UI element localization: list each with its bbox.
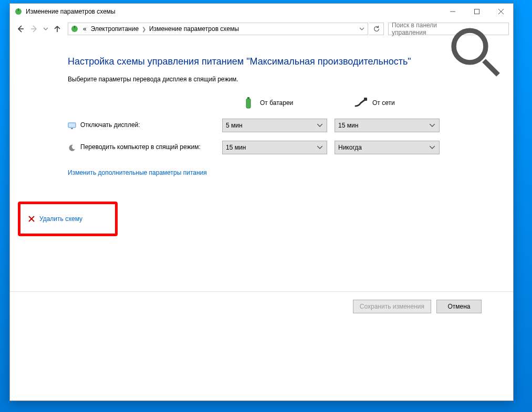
save-button: Сохранить изменения xyxy=(353,300,431,313)
forward-button[interactable] xyxy=(28,23,40,35)
page-title: Настройка схемы управления питанием "Мак… xyxy=(68,56,482,67)
svg-rect-16 xyxy=(71,128,73,129)
window-title: Изменение параметров схемы xyxy=(26,8,441,15)
power-plan-icon xyxy=(70,25,79,33)
column-plugged-label: От сети xyxy=(372,99,395,107)
column-header-plugged: От сети xyxy=(335,96,440,110)
recent-locations-button[interactable] xyxy=(41,23,50,35)
svg-rect-9 xyxy=(74,26,75,28)
battery-icon xyxy=(241,96,256,110)
monitor-icon xyxy=(68,122,76,130)
svg-rect-12 xyxy=(246,99,251,108)
delete-icon xyxy=(28,215,35,223)
row-sleep: Переводить компьютер в спящий режим: xyxy=(68,143,215,152)
content-area: Настройка схемы управления питанием "Мак… xyxy=(10,40,513,400)
search-icon xyxy=(448,25,505,33)
separator xyxy=(10,291,513,292)
column-battery-label: От батареи xyxy=(260,99,293,107)
svg-rect-14 xyxy=(364,98,367,101)
minimize-button[interactable] xyxy=(441,4,465,19)
plug-icon xyxy=(353,96,368,110)
breadcrumb-item[interactable]: Изменение параметров схемы xyxy=(147,25,241,33)
search-input[interactable]: Поиск в панели управления xyxy=(388,23,509,35)
svg-rect-13 xyxy=(247,97,249,99)
display-off-battery-select[interactable]: 5 мин xyxy=(222,119,327,132)
delete-scheme-link[interactable]: Удалить схему xyxy=(39,215,82,223)
search-placeholder: Поиск в панели управления xyxy=(392,22,448,36)
control-panel-window: Изменение параметров схемы xyxy=(9,3,514,401)
refresh-button[interactable] xyxy=(369,23,384,35)
row-sleep-label: Переводить компьютер в спящий режим: xyxy=(80,143,201,151)
up-button[interactable] xyxy=(51,23,64,35)
button-row: Сохранить изменения Отмена xyxy=(353,300,482,313)
delete-scheme-highlight: Удалить схему xyxy=(18,202,118,236)
page-subtitle: Выберите параметры перевода дисплея в сп… xyxy=(68,76,482,83)
settings-grid: От батареи От сети Отключать дисплей: 5 … xyxy=(68,96,482,154)
maximize-button[interactable] xyxy=(465,4,489,19)
back-button[interactable] xyxy=(14,23,27,35)
chevron-right-icon: ❯ xyxy=(141,26,147,32)
titlebar: Изменение параметров схемы xyxy=(10,4,513,19)
address-bar[interactable]: « Электропитание ❯ Изменение параметров … xyxy=(68,23,368,35)
sleep-battery-select[interactable]: 15 мин xyxy=(222,141,327,154)
display-off-plugged-select[interactable]: 15 мин xyxy=(335,119,440,132)
close-button[interactable] xyxy=(489,4,513,19)
power-plan-icon xyxy=(14,7,23,16)
window-buttons xyxy=(441,4,513,19)
breadcrumb-item[interactable]: Электропитание xyxy=(89,25,141,33)
svg-rect-3 xyxy=(475,9,479,14)
row-display-off-label: Отключать дисплей: xyxy=(80,121,140,129)
cancel-button[interactable]: Отмена xyxy=(436,300,482,313)
moon-icon xyxy=(68,144,76,152)
breadcrumb-prefix: « xyxy=(81,25,89,33)
nav-row: « Электропитание ❯ Изменение параметров … xyxy=(10,19,513,38)
svg-rect-15 xyxy=(68,123,76,128)
svg-rect-1 xyxy=(18,8,19,11)
row-display-off: Отключать дисплей: xyxy=(68,121,215,130)
address-history-button[interactable] xyxy=(357,27,367,31)
sleep-plugged-select[interactable]: Никогда xyxy=(335,141,440,154)
advanced-settings-link[interactable]: Изменить дополнительные параметры питани… xyxy=(68,169,207,176)
column-header-battery: От батареи xyxy=(222,96,327,110)
